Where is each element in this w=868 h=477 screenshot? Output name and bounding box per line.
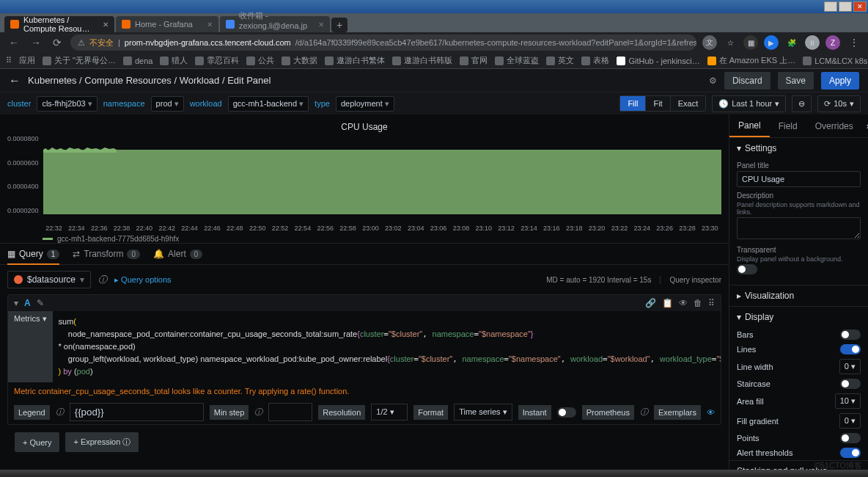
reload-button[interactable]: ⟳: [50, 35, 65, 50]
info-icon[interactable]: ⓘ: [640, 407, 648, 418]
close-icon[interactable]: ✕: [207, 21, 213, 29]
refresh-button[interactable]: ⟳ 10s ▾: [817, 95, 861, 112]
bm-8[interactable]: 遨游白书韩版: [392, 55, 452, 66]
browser-tab-0[interactable]: Kubernetes / Compute Resou…✕: [4, 16, 114, 32]
eye-icon[interactable]: 👁: [679, 298, 688, 308]
browser-tab-2[interactable]: 收件箱 - zexiong.li@dena.jp …✕: [220, 16, 330, 32]
discard-button[interactable]: Discard: [724, 72, 770, 90]
window-minimize[interactable]: _: [824, 1, 837, 12]
var-namespace-value[interactable]: prod▾: [151, 96, 184, 112]
info-icon[interactable]: ⓘ: [98, 274, 107, 286]
zoom-out-button[interactable]: ⊖: [792, 95, 812, 112]
bm-1[interactable]: 关于 "无界母公…: [43, 55, 116, 66]
bm-10[interactable]: 全球蓝盗: [495, 55, 539, 66]
ext-icon-4[interactable]: ⏸: [805, 35, 820, 50]
lines-toggle[interactable]: [840, 344, 861, 354]
bm-9[interactable]: 官网: [460, 55, 488, 66]
add-expression-button[interactable]: + Expression ⓘ: [65, 432, 139, 452]
areafill-select[interactable]: 10 ▾: [835, 393, 861, 409]
trash-icon[interactable]: 🗑: [694, 298, 702, 308]
bm-6[interactable]: 大数据: [282, 55, 317, 66]
info-icon[interactable]: ⓘ: [254, 407, 262, 418]
query-hint[interactable]: Metric container_cpu_usage_seconds_total…: [8, 382, 721, 400]
metrics-label[interactable]: Metrics ▾: [8, 311, 53, 382]
transparent-toggle[interactable]: [737, 264, 757, 274]
bm-11[interactable]: 英文: [546, 55, 574, 66]
bm-14[interactable]: 在 Amazon EKS 上…: [707, 55, 796, 66]
bm-0[interactable]: 应用: [19, 55, 35, 66]
exact-button[interactable]: Exact: [671, 96, 706, 111]
back-button[interactable]: ←: [6, 35, 22, 50]
description-input[interactable]: [737, 217, 861, 239]
ext-icon-2[interactable]: ▶: [764, 35, 779, 50]
bm-4[interactable]: 霏忍百科: [195, 55, 239, 66]
minstep-input[interactable]: [268, 403, 312, 421]
info-icon[interactable]: ⓘ: [56, 407, 64, 418]
tab-alert[interactable]: 🔔 Alert 0: [153, 249, 202, 259]
bm-7[interactable]: 遨游白书繁体: [325, 55, 385, 66]
staircase-toggle[interactable]: [840, 379, 861, 389]
collapse-icon[interactable]: ›: [862, 121, 868, 131]
forward-button[interactable]: →: [28, 35, 44, 50]
tab-query[interactable]: ▦ Query 1: [7, 249, 59, 265]
time-range-button[interactable]: 🕓 Last 1 hour ▾: [712, 95, 786, 112]
panel-title-input[interactable]: [737, 171, 861, 187]
new-tab-button[interactable]: +: [331, 18, 347, 32]
var-workload-value[interactable]: gcc-mh1-backend▾: [228, 96, 309, 112]
tab-transform[interactable]: ⇄ Transform 0: [73, 249, 140, 259]
copy-icon[interactable]: 📋: [662, 298, 673, 308]
display-header[interactable]: ▾ Display: [729, 307, 868, 327]
bm-5[interactable]: 公共: [246, 55, 274, 66]
var-type-value[interactable]: deployment▾: [336, 96, 394, 112]
bm-13[interactable]: GitHub - jenkinsci…: [617, 57, 699, 65]
close-icon[interactable]: ✕: [318, 21, 324, 29]
bars-toggle[interactable]: [840, 329, 861, 340]
tab-field[interactable]: Field: [770, 114, 806, 137]
save-button[interactable]: Save: [778, 72, 814, 90]
format-select[interactable]: Time series ▾: [454, 404, 512, 420]
linewidth-select[interactable]: 0 ▾: [839, 359, 861, 374]
fillgradient-select[interactable]: 0 ▾: [839, 413, 861, 429]
chevron-down-icon[interactable]: ▾: [14, 298, 18, 308]
close-icon[interactable]: ✕: [103, 21, 108, 29]
back-arrow-icon[interactable]: ←: [9, 74, 21, 87]
ext-icon-1[interactable]: ▦: [743, 35, 758, 50]
window-close[interactable]: ✕: [853, 1, 867, 12]
alertthresholds-toggle[interactable]: [840, 448, 861, 458]
tab-overrides[interactable]: Overrides: [806, 114, 862, 137]
url-input[interactable]: ⚠ 不安全 | prom-nvbgdjen-grafana.ccs.tencen…: [70, 34, 696, 51]
drag-icon[interactable]: ⠿: [708, 298, 715, 308]
bm-12[interactable]: 表格: [581, 55, 609, 66]
bm-2[interactable]: dena: [123, 57, 152, 65]
fill-button[interactable]: Fill: [620, 96, 646, 111]
visualization-header[interactable]: ▸ Visualization: [729, 285, 868, 306]
tab-panel[interactable]: Panel: [729, 114, 770, 137]
link-icon[interactable]: 🔗: [645, 298, 656, 308]
resolution-select[interactable]: 1/2 ▾: [371, 404, 408, 420]
star-icon[interactable]: ☆: [723, 35, 738, 50]
chart-legend[interactable]: gcc-mh1-backend-7775dd685d-h9hfx: [43, 235, 721, 243]
query-inspector-button[interactable]: Query inspector: [660, 276, 721, 284]
apply-button[interactable]: Apply: [821, 72, 859, 90]
add-query-button[interactable]: + Query: [15, 432, 59, 452]
apps-icon[interactable]: ⠿: [6, 56, 12, 65]
plot-area[interactable]: [43, 135, 721, 223]
bm-15[interactable]: LCM&LCX k8s ex…: [803, 57, 868, 65]
legend-input[interactable]: [70, 403, 204, 421]
menu-icon[interactable]: ⋮: [846, 35, 862, 50]
query-options-toggle[interactable]: ▸ Query options: [114, 275, 172, 285]
translate-icon[interactable]: 文: [702, 35, 717, 50]
instant-toggle[interactable]: [557, 407, 576, 418]
taskbar[interactable]: [0, 470, 868, 477]
points-toggle[interactable]: [840, 433, 861, 443]
bm-3[interactable]: 猎人: [160, 55, 188, 66]
var-cluster-value[interactable]: cls-fhhj2b03▾: [37, 96, 97, 112]
datasource-select[interactable]: $datasource ▾: [7, 271, 91, 288]
eye-icon[interactable]: 👁: [707, 408, 715, 417]
window-maximize[interactable]: ☐: [839, 1, 852, 12]
settings-icon[interactable]: ⚙: [709, 76, 717, 86]
ext-icon-3[interactable]: 🧩: [784, 35, 799, 50]
fit-button[interactable]: Fit: [646, 96, 670, 111]
pencil-icon[interactable]: ✎: [37, 298, 44, 308]
settings-header[interactable]: ▾ Settings: [729, 138, 868, 159]
